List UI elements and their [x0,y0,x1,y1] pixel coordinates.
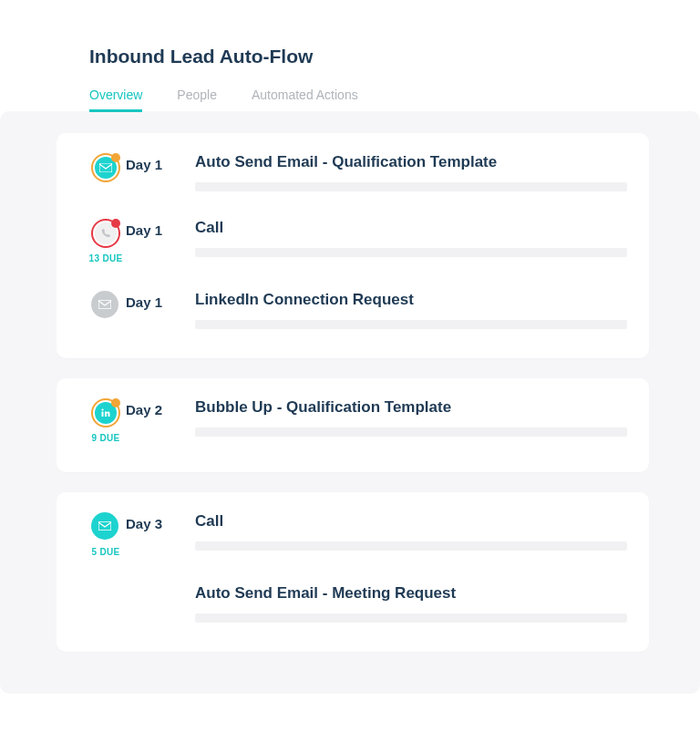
email-icon [91,512,118,540]
step-title: Bubble Up - Qualification Template [195,398,627,417]
badge-icon [111,398,120,407]
page-title: Inbound Lead Auto-Flow [89,46,700,67]
step-title: Call [195,219,627,237]
due-count: 9 DUE [92,433,120,443]
placeholder-bar [195,320,627,329]
placeholder-bar [195,182,627,191]
tab-automated-actions[interactable]: Automated Actions [252,88,358,112]
svg-point-4 [101,408,103,410]
flow-step[interactable]: Auto Send Email - Meeting Request [86,584,627,623]
step-title: Call [195,512,627,531]
day-card: Day 1 Auto Send Email - Qualification Te… [57,133,649,358]
due-count: 13 DUE [89,253,123,263]
step-title: LinkedIn Connection Request [195,291,627,309]
day-label: Day 1 [126,294,162,310]
placeholder-bar [195,613,627,623]
svg-rect-5 [98,521,111,531]
badge-icon [111,219,120,228]
step-title: Auto Send Email - Qualification Template [195,153,627,171]
tab-overview[interactable]: Overview [89,88,142,112]
flow-step[interactable]: Day 1 Auto Send Email - Qualification Te… [86,153,627,191]
step-title: Auto Send Email - Meeting Request [195,584,627,603]
placeholder-bar [195,248,627,257]
svg-rect-0 [99,163,112,172]
tab-people[interactable]: People [177,88,217,112]
day-card: 5 DUE Day 3 Call Auto Send Email - Meeti… [57,492,649,652]
placeholder-bar [195,428,627,437]
svg-rect-3 [102,412,104,417]
day-label: Day 1 [126,222,162,238]
flow-step[interactable]: 9 DUE Day 2 Bubble Up - Qualification Te… [86,398,627,443]
svg-rect-1 [98,300,111,309]
placeholder-bar [195,541,627,551]
day-card: 9 DUE Day 2 Bubble Up - Qualification Te… [57,378,649,472]
flow-step[interactable]: Day 1 LinkedIn Connection Request [86,291,627,329]
content-area: Day 1 Auto Send Email - Qualification Te… [0,111,700,694]
badge-icon [111,153,120,162]
day-label: Day 1 [126,157,162,172]
day-label: Day 3 [126,516,162,531]
day-label: Day 2 [126,402,162,417]
email-icon [91,291,118,318]
flow-step[interactable]: 13 DUE Day 1 Call [86,219,627,263]
tabs: Overview People Automated Actions [89,88,700,112]
due-count: 5 DUE [92,547,120,557]
flow-step[interactable]: 5 DUE Day 3 Call [86,512,627,557]
